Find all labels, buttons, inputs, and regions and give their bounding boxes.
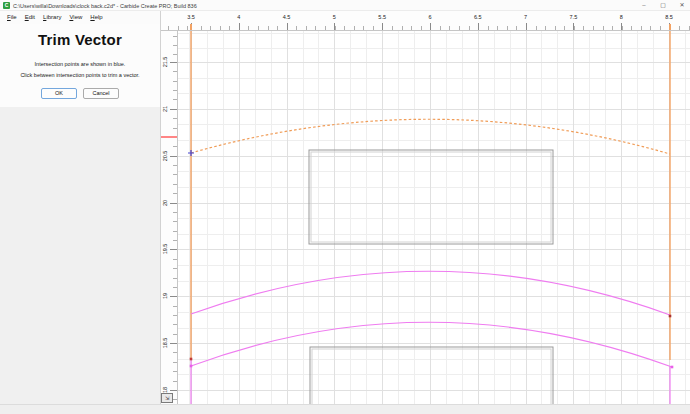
title-bar: C C:\Users\willa\Downloads\clock back.c2… [0,0,690,11]
ruler-h-label: 8 [620,14,623,20]
trim-vector-card: Trim Vector Intersection points are show… [0,24,160,107]
maximize-button[interactable]: ▢ [659,0,667,11]
ruler-h-major-tick [478,23,479,30]
instruction-line-1: Intersection points are shown in blue. [0,59,160,70]
vector-arc[interactable] [191,119,670,154]
vector-rectangle-inner [311,152,551,242]
ruler-vertical-minor-ticks [173,31,177,404]
ruler-v-major-tick [170,249,177,250]
ruler-horizontal: 3.544.555.566.577.588.5 [160,11,690,31]
menu-help[interactable]: Help [86,11,106,24]
ruler-v-label: 19.5 [162,244,168,255]
ruler-h-major-tick [287,23,288,30]
vector-rectangle[interactable] [310,347,553,404]
ruler-h-label: 8.5 [665,14,673,20]
ruler-v-label: 21 [162,106,168,112]
node-point-marker [669,315,672,318]
ruler-v-major-tick [170,203,177,204]
vector-rectangle-inner [312,349,551,404]
trim-vector-panel: Trim Vector Intersection points are show… [0,24,160,404]
ruler-h-cursor-mark [190,24,192,30]
ruler-h-label: 5 [333,14,336,20]
ruler-h-label: 5.5 [378,14,386,20]
ruler-v-cursor-mark [161,136,177,138]
vector-rectangle[interactable] [309,150,553,244]
menu-edit[interactable]: Edit [21,11,39,24]
ruler-v-label: 19 [162,293,168,299]
ruler-v-major-tick [170,62,177,63]
vector-arc[interactable] [191,271,670,315]
design-canvas[interactable] [178,31,690,404]
button-row: OK Cancel [0,88,160,99]
menu-view[interactable]: View [65,11,86,24]
close-button[interactable]: ✕ [678,0,686,11]
panel-divider [160,11,161,404]
ruler-h-label: 7 [524,14,527,20]
app-icon: C [3,2,10,9]
ruler-v-label: 21.5 [162,57,168,68]
ruler-h-major-tick [239,23,240,30]
page-title: Trim Vector [0,24,160,48]
menubar: FileEditLibraryViewHelp [0,11,160,24]
ruler-h-label: 6.5 [474,14,482,20]
ruler-h-major-tick [430,23,431,30]
ruler-v-major-tick [170,343,177,344]
window-controls: –▢✕ [640,0,686,11]
ruler-v-label: 20.5 [162,150,168,161]
ruler-v-label: 18.5 [162,338,168,349]
ruler-h-label: 4 [237,14,240,20]
menu-file[interactable]: File [3,11,21,24]
ruler-h-major-tick [573,23,574,30]
ruler-vertical: ⇲ 21.52120.52019.51918.518 [160,31,178,404]
ruler-h-major-tick [526,23,527,30]
node-point-marker [671,366,674,369]
ruler-v-major-tick [170,156,177,157]
vector-arc[interactable] [191,322,672,367]
instruction-line-2: Click between intersection points to tri… [0,70,160,81]
ruler-h-label: 6 [428,14,431,20]
vector-layer[interactable] [178,31,690,404]
ruler-v-major-tick [170,296,177,297]
ruler-h-cursor-mark [669,24,671,30]
ruler-h-major-tick [382,23,383,30]
ruler-v-major-tick [170,390,177,391]
ruler-v-major-tick [170,109,177,110]
menu-library[interactable]: Library [39,11,65,24]
ruler-h-label: 3.5 [187,14,195,20]
cancel-button[interactable]: Cancel [83,88,119,99]
status-bar [0,404,690,414]
ruler-h-major-tick [334,23,335,30]
minimize-button[interactable]: – [640,0,648,11]
ruler-h-label: 4.5 [283,14,291,20]
ruler-corner-icon[interactable]: ⇲ [161,393,173,403]
ruler-v-label: 18 [162,387,168,393]
window-title: C:\Users\willa\Downloads\clock back.c2d*… [13,0,197,11]
app-window: C C:\Users\willa\Downloads\clock back.c2… [0,0,690,414]
node-point-marker [190,365,193,368]
node-point-marker [190,358,193,361]
ok-button[interactable]: OK [41,88,77,99]
ruler-h-major-tick [621,23,622,30]
ruler-v-label: 20 [162,199,168,205]
ruler-h-label: 7.5 [570,14,578,20]
intersection-point-marker [188,150,194,156]
